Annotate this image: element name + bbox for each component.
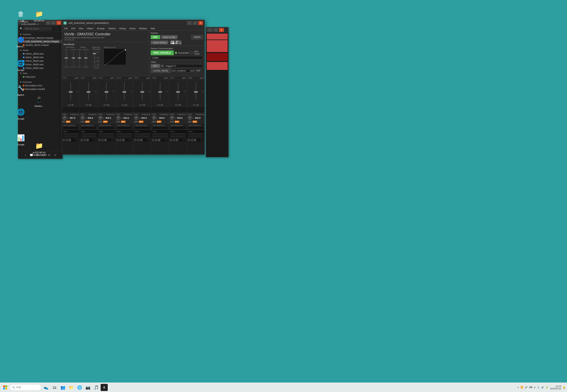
desktop-icon-nextion[interactable]: 📱 Nextion... [30, 95, 48, 107]
menu-debug[interactable]: Debug [118, 27, 127, 30]
osc-button[interactable]: OSC [151, 64, 160, 68]
google1-icon: 🌐 [16, 59, 26, 68]
minimize-btn[interactable]: ─ [187, 21, 192, 25]
fader-handle[interactable] [104, 91, 108, 93]
demo-button[interactable]: DEMO [191, 35, 203, 39]
filter-input[interactable] [23, 27, 51, 30]
range-input-handle[interactable] [78, 57, 81, 59]
taskbar-app8-icon[interactable]: 8 [101, 384, 108, 391]
detection-track[interactable] [94, 51, 95, 67]
desktop-icon-balena[interactable]: 🔵 balena... [12, 35, 30, 48]
fader-track[interactable] [88, 82, 89, 100]
close-btn[interactable]: ✕ [198, 21, 203, 25]
menu-arrange[interactable]: Arrange [95, 27, 106, 30]
ch-db: 0.0 dB [116, 104, 133, 107]
fader-handle[interactable] [158, 91, 162, 93]
pitch-knob[interactable] [134, 116, 139, 120]
brightness-label: Light Brightness [63, 124, 78, 126]
smoothing-group: Smoothing Up ◁ 0.00 ms [63, 46, 76, 68]
desktop-icon-google2[interactable]: 🌐 Google [12, 107, 30, 120]
add-button[interactable]: + [23, 153, 28, 157]
menu-options[interactable]: Options [106, 27, 117, 30]
menu-view[interactable]: View [77, 27, 85, 30]
sw-minimize-btn[interactable]: ─ [207, 28, 213, 32]
fader-handle[interactable] [176, 91, 180, 93]
pitch-knob[interactable] [116, 116, 121, 120]
notification-icon[interactable]: 🔔 [563, 386, 566, 389]
menu-extras[interactable]: Extras [128, 27, 137, 30]
smoothing-up-handle[interactable] [65, 57, 68, 59]
sidebar-item-mainjson[interactable]: main.json [18, 75, 62, 79]
desktop-icon-trash[interactable]: 🗑 ごみ箱 [12, 9, 30, 22]
media-header[interactable]: ▼ Media [18, 48, 62, 52]
menu-edit[interactable]: Edit [70, 27, 77, 30]
pitch-knob[interactable] [170, 116, 174, 120]
smoothing-down-fader[interactable] [73, 51, 74, 63]
sw-close-btn[interactable]: ✕ [219, 28, 224, 32]
pitch-knob[interactable] [188, 116, 192, 120]
host-input[interactable] [176, 69, 190, 72]
taskbar-search[interactable]: 🔍 検索 [10, 384, 41, 391]
menu-file[interactable]: File [63, 27, 69, 30]
start-button[interactable] [1, 384, 9, 391]
dmx-enable-button[interactable]: DMX_ENABLE [151, 50, 174, 55]
sidebar-item-aflat4[interactable]: chime_aflat4.wav [18, 52, 62, 56]
bpf-badge: BPF [139, 121, 144, 123]
detection-handle-1[interactable] [93, 53, 96, 54]
taskbar-shoe-icon[interactable]: 👟 [42, 383, 50, 392]
taskbar-teams-icon[interactable]: 👥 [59, 383, 67, 392]
taskbar-folder-icon[interactable]: 🗂 [50, 383, 59, 392]
fader-handle[interactable] [122, 91, 126, 93]
com-port-input[interactable] [151, 56, 203, 60]
taskbar-clock[interactable]: 14:19 2024/07/23 [550, 385, 561, 390]
desktop-icon-digilent[interactable]: 🔧 digilent. [12, 84, 30, 96]
grid-pattern[interactable] [170, 40, 182, 45]
pitch-knob[interactable] [98, 116, 103, 120]
project-close-btn[interactable]: ✕ [57, 21, 61, 25]
fader-track[interactable] [70, 82, 71, 100]
fader-track[interactable] [160, 82, 161, 100]
audio-setting-button[interactable]: Audio Setting [151, 41, 168, 44]
desktop-icon-jaezcad[interactable]: 📁 ja-EZCAD forComMarker B4 [30, 141, 48, 156]
nextion-label: Nextion... [35, 105, 44, 107]
menu-window[interactable]: Window [138, 27, 149, 30]
refresh-button[interactable]: ↺ [53, 153, 58, 157]
data-header[interactable]: ▼ Data [18, 71, 62, 75]
taskbar-music-icon[interactable]: 🎵 [92, 383, 100, 392]
taskbar-files-icon[interactable]: 📁 [67, 383, 75, 392]
taskbar-chrome-icon[interactable]: 🌐 [75, 383, 84, 392]
range-output-fader[interactable] [86, 51, 86, 63]
fader-handle[interactable] [87, 91, 90, 93]
pitch-knob[interactable] [63, 116, 67, 120]
mapping-canvas[interactable] [104, 49, 126, 65]
fader-track[interactable] [106, 82, 107, 100]
fader-track[interactable] [142, 82, 143, 100]
fader-track[interactable] [178, 82, 178, 100]
taskbar-camera-icon[interactable]: 📷 [84, 383, 92, 392]
fader-track[interactable] [196, 82, 196, 100]
maximize-btn[interactable]: □ [193, 21, 197, 25]
osc-path-input[interactable] [164, 64, 203, 68]
fader-handle[interactable] [140, 91, 144, 93]
pitch-knob[interactable] [80, 116, 85, 120]
range-output-handle[interactable] [84, 57, 88, 59]
save-config-button[interactable]: Save Config [161, 35, 178, 39]
desktop-icon-google1[interactable]: 🌐 Google [12, 59, 30, 71]
project-maximize-btn[interactable]: □ [51, 21, 56, 25]
dsp-button[interactable]: DSP [151, 35, 160, 39]
smoothing-down-handle[interactable] [72, 57, 75, 59]
sw-maximize-btn[interactable]: □ [213, 28, 218, 32]
range-input-fader[interactable] [79, 51, 80, 63]
desktop-icon-sheets[interactable]: 📊 Google [12, 133, 30, 146]
fader-handle[interactable] [69, 91, 73, 93]
system-tray-chevron-icon[interactable]: ∧ [517, 386, 519, 389]
brightness-bar [152, 127, 168, 129]
desktop-icon-ezcad[interactable]: 📁 EZCAD for [30, 9, 48, 22]
pitch-knob[interactable] [152, 116, 156, 120]
local-mode-button[interactable]: LOCAL_MODE [151, 69, 171, 73]
menu-help[interactable]: Help [149, 27, 157, 30]
fader-handle[interactable] [194, 91, 198, 93]
fader-track[interactable] [124, 82, 125, 100]
smoothing-up-fader[interactable] [66, 51, 67, 63]
menu-object[interactable]: Object [85, 27, 95, 30]
